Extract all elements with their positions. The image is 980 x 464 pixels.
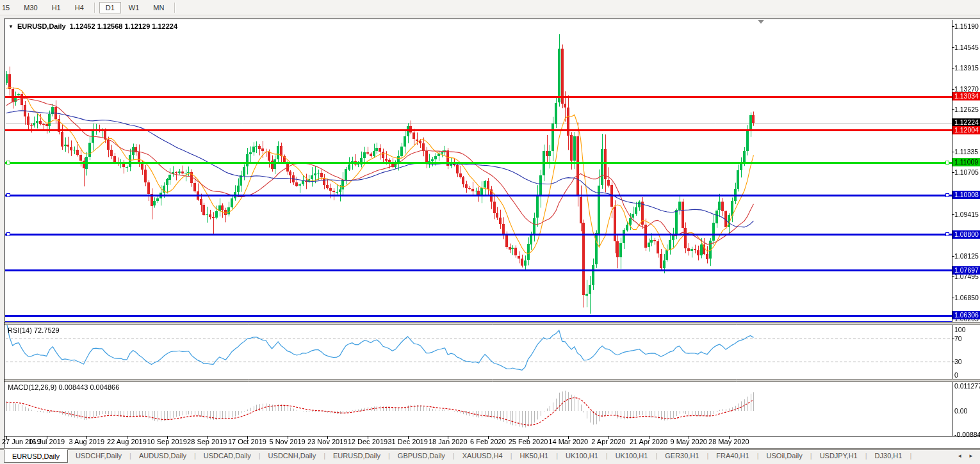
chart-tab-eurusd-daily[interactable]: EURUSD,Daily bbox=[4, 449, 68, 463]
chart-tab-usdcnh-daily[interactable]: USDCNH,Daily bbox=[261, 450, 324, 461]
chart-tab-fra40-h1[interactable]: FRA40,H1 bbox=[708, 450, 756, 461]
timeframe-button-m30[interactable]: M30 bbox=[17, 2, 44, 13]
pane-splitter-rsi[interactable] bbox=[4, 322, 980, 326]
toolbar-separator bbox=[94, 3, 95, 13]
chart-symbol-label: EURUSD,Daily bbox=[17, 22, 66, 30]
chart-tab-usdchf-daily[interactable]: USDCHF,Daily bbox=[68, 450, 129, 461]
price-axis-drag-area[interactable] bbox=[952, 20, 980, 436]
chart-tab-eurusd-daily[interactable]: EURUSD,Daily bbox=[325, 450, 388, 461]
macd-values: 0.008443 0.004866 bbox=[58, 383, 119, 391]
chart-canvas[interactable] bbox=[0, 0, 980, 464]
tab-separator: | bbox=[910, 450, 911, 460]
pane-splitter-macd[interactable] bbox=[4, 379, 980, 383]
rsi-pane-label: RSI(14) 72.7529 bbox=[8, 326, 60, 334]
timeframe-button-15[interactable]: 15 bbox=[0, 2, 16, 13]
trading-terminal-window: 15M30H1H4D1W1MN ▼EURUSD,Daily 1.12452 1.… bbox=[0, 0, 980, 464]
timeframe-button-h4[interactable]: H4 bbox=[69, 2, 90, 13]
chart-ohlc-quotes: 1.12452 1.12568 1.12129 1.12224 bbox=[70, 22, 177, 30]
chart-tab-bar: EURUSD,DailyUSDCHF,Daily|AUDUSD,Daily|US… bbox=[0, 449, 980, 464]
chart-dropdown-icon[interactable]: ▼ bbox=[8, 24, 13, 29]
chart-title: ▼EURUSD,Daily 1.12452 1.12568 1.12129 1.… bbox=[8, 22, 177, 30]
chart-tab-dj30-h1[interactable]: DJ30,H1 bbox=[867, 450, 910, 461]
macd-pane-label: MACD(12,26,9) 0.008443 0.004866 bbox=[8, 383, 119, 391]
chart-tab-usoil-daily[interactable]: USOil,Daily bbox=[759, 450, 810, 461]
timeframe-button-w1[interactable]: W1 bbox=[122, 2, 146, 13]
chart-tab-hk50-h1[interactable]: HK50,H1 bbox=[512, 450, 557, 461]
time-axis-drag-area[interactable] bbox=[4, 436, 952, 448]
chart-tab-uk100-h1[interactable]: UK100,H1 bbox=[558, 450, 606, 461]
chart-tab-gbpusd-daily[interactable]: GBPUSD,Daily bbox=[390, 450, 453, 461]
timeframe-button-d1[interactable]: D1 bbox=[99, 2, 121, 13]
chart-tab-usdcad-daily[interactable]: USDCAD,Daily bbox=[196, 450, 259, 461]
toolbar-separator bbox=[174, 3, 176, 13]
tab-scroll-left-icon[interactable]: ◄ bbox=[957, 453, 962, 459]
rsi-value: 72.7529 bbox=[34, 326, 60, 334]
chart-tab-audusd-daily[interactable]: AUDUSD,Daily bbox=[131, 450, 194, 461]
timeframe-button-h1[interactable]: H1 bbox=[45, 2, 67, 13]
chart-tab-ger30-h1[interactable]: GER30,H1 bbox=[657, 450, 706, 461]
chart-tab-uk100-h1[interactable]: UK100,H1 bbox=[608, 450, 656, 461]
chart-tab-usdjpy-h1[interactable]: USDJPY,H1 bbox=[812, 450, 865, 461]
timeframe-button-mn[interactable]: MN bbox=[147, 2, 170, 13]
timeframe-toolbar: 15M30H1H4D1W1MN bbox=[0, 0, 980, 15]
tab-scroll-right-icon[interactable]: ► bbox=[968, 453, 974, 459]
chart-tab-xauusd-h4[interactable]: XAUUSD,H4 bbox=[455, 450, 510, 461]
